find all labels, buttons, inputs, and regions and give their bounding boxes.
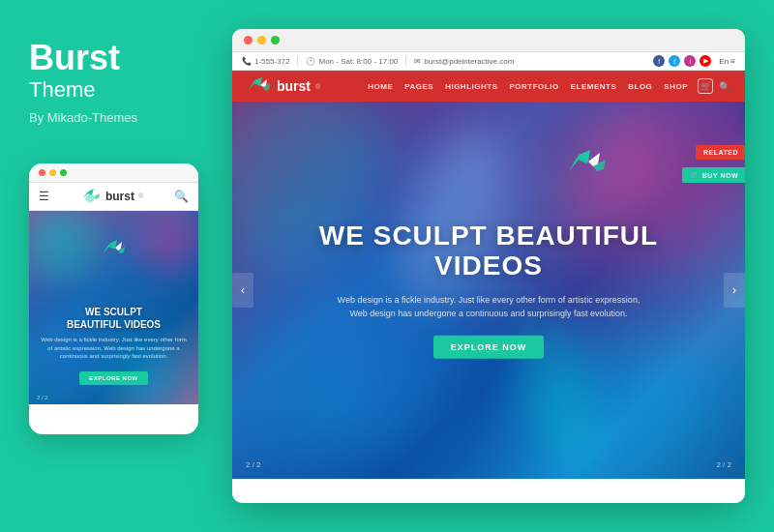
right-panel: 📞 1-555-372 🕐 Mon - Sat: 8:00 - 17:00 ✉ … <box>223 0 774 532</box>
theme-author: By Mikado-Themes <box>29 110 137 125</box>
desktop-hero-content: WE SCULPT BEAUTIFUL VIDEOS Web design is… <box>295 222 682 359</box>
prev-arrow[interactable]: ‹ <box>232 273 253 308</box>
mobile-hero-bird <box>101 240 128 263</box>
mobile-hero: WE SCULPTBEAUTIFUL VIDEOS Web design is … <box>29 211 198 404</box>
desktop-slide-indicator-right: 2 / 2 <box>716 460 731 469</box>
mobile-cta-button[interactable]: EXPLORE NOW <box>79 371 148 385</box>
svg-point-4 <box>85 194 95 202</box>
desktop-nav: burst® HOME PAGES HIGHLIGHTS PORTFOLIO E… <box>232 71 745 102</box>
desktop-top-bar <box>232 29 745 52</box>
email-icon: ✉ <box>414 57 421 66</box>
lang-selector[interactable]: En ≡ <box>719 57 735 66</box>
mobile-search-icon[interactable]: 🔍 <box>174 190 189 203</box>
desktop-hero: ‹ WE SCULPT BEAUTIFUL VIDEOS Web design … <box>232 102 745 479</box>
nav-item-blog[interactable]: BLOG <box>628 82 652 91</box>
hamburger-icon[interactable]: ☰ <box>39 190 49 203</box>
mobile-dot-red <box>39 169 45 176</box>
desktop-nav-icons: 🛒 🔍 <box>698 78 730 94</box>
mobile-hero-title: WE SCULPTBEAUTIFUL VIDEOS <box>39 306 189 331</box>
desktop-logo-bird-icon <box>247 77 272 95</box>
desktop-nav-logo-text: burst <box>277 78 311 94</box>
desktop-slide-indicator-left: 2 / 2 <box>246 460 261 469</box>
desktop-hero-title: WE SCULPT BEAUTIFUL VIDEOS <box>295 222 682 281</box>
mobile-dot-yellow <box>49 169 56 176</box>
mobile-hero-desc: Web design is a fickle industry. Just li… <box>39 336 189 360</box>
desktop-nav-search-icon[interactable]: 🔍 <box>719 81 730 92</box>
mobile-slide-indicator: 2 / 2 <box>37 395 48 400</box>
desktop-cta-button[interactable]: EXPLORE NOW <box>433 336 545 359</box>
nav-item-shop[interactable]: SHOP <box>664 82 688 91</box>
related-button[interactable]: RELATED <box>696 145 745 160</box>
browser-social-icons: f t i ▶ En ≡ <box>653 55 735 67</box>
mobile-top-bar <box>29 163 198 183</box>
desktop-hero-bird <box>567 150 610 183</box>
mobile-logo-reg: ® <box>138 192 143 199</box>
desktop-hero-desc: Web design is a fickle industry. Just li… <box>334 292 643 320</box>
cart-small-icon: 🛒 <box>690 171 700 179</box>
browser-bar-sep-1 <box>297 56 298 66</box>
browser-bar-sep-2 <box>405 56 406 66</box>
cart-icon[interactable]: 🛒 <box>698 78 713 94</box>
nav-item-highlights[interactable]: HIGHLIGHTS <box>445 82 497 91</box>
desktop-mockup: 📞 1-555-372 🕐 Mon - Sat: 8:00 - 17:00 ✉ … <box>232 29 745 503</box>
twitter-icon[interactable]: t <box>669 55 680 67</box>
facebook-icon[interactable]: f <box>653 55 665 67</box>
smoke-blob-2 <box>135 211 198 274</box>
mobile-logo-text: burst <box>105 190 134 203</box>
mobile-nav-bar: ☰ burst® 🔍 <box>29 183 198 211</box>
mobile-dot-green <box>60 169 67 176</box>
phone-icon: 📞 <box>242 57 252 66</box>
mobile-hero-content: WE SCULPTBEAUTIFUL VIDEOS Web design is … <box>29 306 198 384</box>
desktop-nav-logo: burst® <box>247 77 320 95</box>
nav-item-home[interactable]: HOME <box>368 82 393 91</box>
youtube-icon[interactable]: ▶ <box>700 55 711 67</box>
mobile-bird-logo-icon <box>80 189 102 204</box>
desktop-dot-green <box>271 36 280 44</box>
desktop-nav-items: HOME PAGES HIGHLIGHTS PORTFOLIO ELEMENTS… <box>340 82 688 91</box>
next-arrow[interactable]: › <box>724 273 745 308</box>
mobile-mockup: ☰ burst® 🔍 <box>29 163 198 434</box>
browser-email: ✉ burst@pdeinteractive.com <box>414 57 514 66</box>
theme-subtitle: Theme <box>29 77 95 103</box>
theme-title: Burst <box>29 39 120 77</box>
nav-item-elements[interactable]: ELEMENTS <box>571 82 617 91</box>
browser-phone: 📞 1-555-372 <box>242 57 289 66</box>
left-panel: Burst Theme By Mikado-Themes ☰ burst® <box>0 0 223 532</box>
buy-now-button[interactable]: 🛒 BUY NOW <box>682 167 745 183</box>
nav-item-pages[interactable]: PAGES <box>404 82 433 91</box>
mobile-logo: burst® <box>80 189 143 204</box>
clock-icon: 🕐 <box>306 57 315 66</box>
nav-item-portfolio[interactable]: PORTFOLIO <box>509 82 558 91</box>
browser-hours: 🕐 Mon - Sat: 8:00 - 17:00 <box>306 57 398 66</box>
desktop-nav-logo-reg: ® <box>315 83 320 90</box>
instagram-icon[interactable]: i <box>684 55 696 67</box>
desktop-dot-red <box>244 36 253 44</box>
browser-bar: 📞 1-555-372 🕐 Mon - Sat: 8:00 - 17:00 ✉ … <box>232 52 745 71</box>
desktop-dot-yellow <box>257 36 266 44</box>
